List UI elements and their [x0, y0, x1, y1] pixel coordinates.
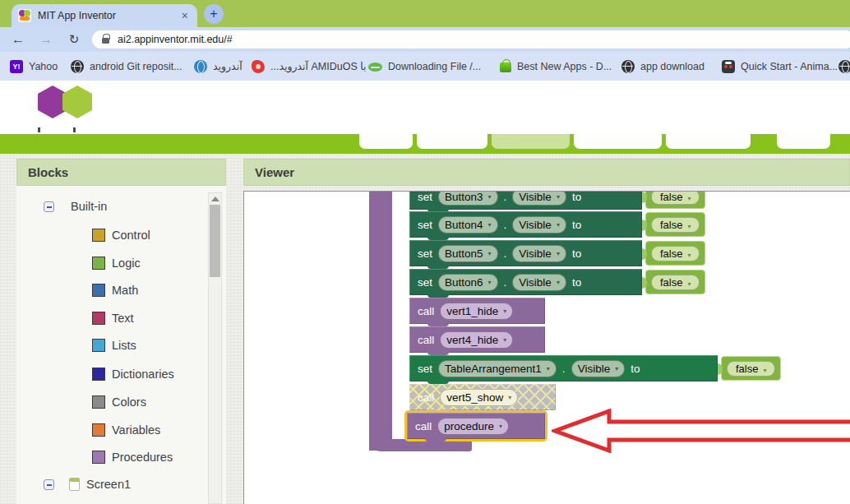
component-dropdown[interactable]: Button5	[438, 245, 498, 262]
tree-item-procedures[interactable]: Procedures	[92, 451, 173, 464]
bookmark-label: Downloading File /...	[388, 61, 481, 72]
tree-label: Dictionaries	[112, 368, 174, 381]
lists-swatch-icon	[92, 339, 105, 352]
bookmark-android-rtl[interactable]: آندرويد	[194, 52, 243, 81]
wrapper-block-bottom[interactable]	[369, 439, 472, 451]
component-dropdown[interactable]: Button3	[438, 191, 498, 206]
block-set-button6-visible[interactable]: set Button6 . Visible to false	[409, 269, 705, 295]
bookmark-amiduos[interactable]: با AMIDuOS آندرويد...	[252, 52, 367, 81]
block-set-tablearrangement1-visible[interactable]: set TableArrangement1 . Visible to false	[409, 355, 781, 381]
logic-value-dropdown[interactable]: false	[651, 275, 700, 290]
block-set-button5-visible[interactable]: set Button5 . Visible to false	[409, 240, 705, 266]
block-call-vert4-hide[interactable]: call vert4_hide	[409, 326, 545, 353]
block-call-vert5-show-disabled[interactable]: call vert5_show	[409, 384, 556, 410]
tree-label: Lists	[112, 339, 136, 352]
block-logic-false[interactable]: false	[645, 270, 705, 294]
tree-item-lists[interactable]: Lists	[92, 339, 136, 352]
block-logic-false[interactable]: false	[645, 191, 705, 209]
tree-item-logic[interactable]: Logic	[92, 257, 141, 270]
bookmark-downloading-file[interactable]: Downloading File /...	[368, 52, 481, 81]
variables-swatch-icon	[92, 423, 105, 437]
component-dropdown[interactable]: TableArrangement1	[438, 360, 557, 377]
tree-label: Screen1	[86, 478, 131, 491]
bookmark-label: Yahoo	[29, 61, 58, 72]
property-dropdown[interactable]: Visible	[512, 245, 566, 262]
reload-icon[interactable]: ↻	[64, 30, 84, 49]
tree-item-colors[interactable]: Colors	[92, 395, 146, 409]
screen-icon	[69, 478, 80, 491]
procedure-dropdown[interactable]: vert4_hide	[440, 331, 513, 349]
block-call-vert1-hide[interactable]: call vert1_hide	[409, 298, 545, 324]
viewer-panel-header: Viewer	[243, 159, 850, 186]
block-set-button3-visible[interactable]: set Button3 . Visible to false	[409, 191, 705, 210]
toolbar-button-partial[interactable]	[666, 134, 751, 149]
bookmark-label: Quick Start - Anima...	[741, 61, 838, 72]
logo-hexagon-green	[62, 86, 92, 118]
red-flower-icon	[252, 60, 265, 73]
tree-label: Built-in	[71, 200, 107, 213]
url-text: ai2.appinventor.mit.edu/#	[118, 34, 233, 45]
tree-label: Procedures	[112, 451, 173, 464]
logic-value-dropdown[interactable]: false	[727, 361, 775, 377]
bookmark-label: Best New Apps - D...	[517, 61, 612, 72]
tree-label: Colors	[112, 395, 146, 409]
toolbar-button-partial[interactable]	[359, 134, 413, 149]
logic-value-dropdown[interactable]: false	[651, 246, 700, 261]
bookmark-edge[interactable]	[838, 52, 850, 81]
bookmark-label: با AMIDuOS آندرويد...	[270, 60, 367, 72]
globe-icon	[838, 60, 850, 73]
bookmark-label: آندرويد	[213, 60, 243, 72]
bookmark-android-git[interactable]: android Git reposit...	[71, 52, 182, 81]
toolbar-button-partial[interactable]	[777, 134, 830, 149]
address-bar[interactable]: ai2.appinventor.mit.edu/#	[92, 30, 850, 49]
bookmark-quick-start[interactable]: Quick Start - Anima...	[722, 52, 838, 81]
procedure-dropdown[interactable]: vert1_hide	[440, 303, 513, 320]
block-logic-false[interactable]: false	[645, 241, 705, 266]
property-dropdown[interactable]: Visible	[571, 360, 626, 377]
collapse-icon[interactable]	[44, 479, 54, 490]
tree-item-variables[interactable]: Variables	[92, 423, 160, 437]
logic-value-dropdown[interactable]: false	[651, 217, 700, 233]
component-dropdown[interactable]: Button4	[438, 216, 498, 234]
toolbar-button-active-partial[interactable]	[492, 134, 570, 149]
forward-icon[interactable]: →	[36, 30, 56, 49]
procedures-swatch-icon	[92, 451, 105, 464]
wrapper-block-left-edge[interactable]	[369, 192, 392, 451]
block-logic-false[interactable]: false	[721, 356, 781, 381]
tab-close-icon[interactable]: ×	[179, 9, 191, 22]
bookmark-app-download[interactable]: app download	[621, 52, 704, 81]
block-set-button4-visible[interactable]: set Button4 . Visible to false	[409, 211, 705, 238]
back-icon[interactable]: ←	[8, 30, 28, 49]
viewer-panel-title: Viewer	[255, 165, 294, 179]
tree-item-text[interactable]: Text	[92, 312, 134, 325]
block-call-procedure-selected[interactable]: call procedure	[407, 413, 545, 439]
tree-item-math[interactable]: Math	[92, 284, 138, 297]
procedure-dropdown[interactable]: procedure	[437, 418, 509, 435]
globe-icon	[621, 60, 635, 73]
scrollbar-thumb[interactable]	[210, 205, 220, 277]
tree-item-dictionaries[interactable]: Dictionaries	[92, 368, 174, 381]
tree-scrollbar[interactable]	[208, 192, 222, 504]
tree-item-screen1[interactable]: Screen1	[44, 478, 131, 491]
block-logic-false[interactable]: false	[645, 212, 705, 237]
cropped-text-artifact	[73, 127, 76, 132]
new-tab-button[interactable]: +	[204, 4, 224, 24]
blocks-viewer-canvas[interactable]: set Button3 . Visible to false set Butto…	[243, 191, 850, 504]
bookmark-yahoo[interactable]: Y! Yahoo	[10, 52, 58, 81]
property-dropdown[interactable]: Visible	[512, 216, 566, 234]
scroll-up-icon[interactable]	[211, 197, 219, 201]
tree-label: Text	[112, 312, 134, 325]
toolbar-button-partial[interactable]	[417, 134, 487, 149]
logic-value-dropdown[interactable]: false	[651, 191, 700, 205]
component-dropdown[interactable]: Button6	[438, 274, 498, 291]
tree-item-built-in[interactable]: Built-in	[44, 200, 107, 213]
tree-item-control[interactable]: Control	[92, 229, 150, 242]
collapse-icon[interactable]	[44, 201, 54, 212]
browser-tab[interactable]: MIT App Inventor ×	[12, 4, 197, 27]
tab-title: MIT App Inventor	[38, 10, 179, 21]
property-dropdown[interactable]: Visible	[512, 274, 566, 291]
toolbar-button-partial[interactable]	[574, 134, 662, 149]
procedure-dropdown[interactable]: vert5_show	[440, 389, 518, 406]
property-dropdown[interactable]: Visible	[512, 191, 566, 206]
bookmark-best-new-apps[interactable]: Best New Apps - D...	[500, 52, 612, 81]
